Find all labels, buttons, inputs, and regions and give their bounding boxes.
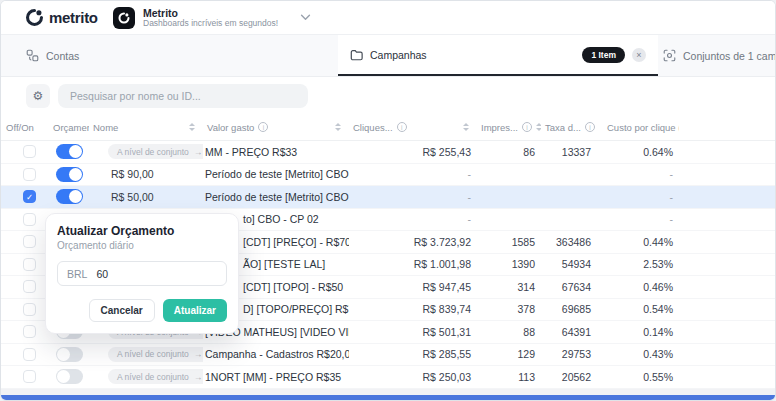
table-row[interactable]: A nível de conjunto→Campanha - Cadastros… [1, 344, 775, 367]
campaign-name[interactable]: Período de teste [Metrito] CBO - CP 0 [203, 168, 349, 180]
info-icon[interactable]: i [258, 122, 268, 132]
currency-label: BRL [67, 268, 87, 280]
folder-icon [350, 49, 363, 61]
cell-rate: 0.64% [597, 146, 679, 158]
row-toggle-cell [39, 369, 89, 384]
sort-icon[interactable] [463, 123, 469, 131]
cell-rate: - [597, 168, 679, 180]
row-checkbox[interactable] [23, 213, 36, 226]
row-checkbox[interactable] [23, 303, 36, 316]
toggle-knob [57, 348, 70, 361]
info-icon[interactable]: i [522, 122, 532, 132]
row-checkbox[interactable] [23, 325, 36, 338]
cell-rate: 0.43% [597, 348, 679, 360]
adset-level-pill[interactable]: A nível de conjunto→ [108, 144, 203, 159]
row-checkbox[interactable] [23, 348, 36, 361]
info-icon[interactable]: i [585, 122, 595, 132]
row-checkbox[interactable] [23, 370, 36, 383]
row-budget-cell: A nível de conjunto→ [89, 144, 203, 159]
row-checkbox[interactable] [23, 235, 36, 248]
gear-icon[interactable]: ⚙ [26, 84, 50, 108]
column-header-cpc: Custo por clique (CPC) [597, 122, 679, 133]
column-header-budget[interactable]: Orçamento [39, 122, 89, 133]
tab-conjuntos[interactable]: Conjuntos de 1 campan [663, 35, 776, 76]
tab-campanhas[interactable]: Campanhas 1 Item × [338, 35, 658, 76]
row-checkbox[interactable]: ✓ [23, 190, 36, 203]
cell-rate: 0.55% [597, 371, 679, 383]
row-toggle-cell [39, 347, 89, 362]
budget-value: R$ 90,00 [111, 168, 154, 180]
row-toggle-cell [39, 144, 89, 159]
cell-impressions: 69685 [541, 303, 597, 315]
row-budget-cell: R$ 90,00 [89, 168, 203, 180]
sort-icon[interactable] [335, 123, 341, 131]
cell-rate: 0.46% [597, 281, 679, 293]
popup-title: Atualizar Orçamento [57, 224, 227, 238]
row-checkbox-cell [1, 145, 39, 158]
table-row[interactable]: ✓R$ 50,00Período de teste [Metrito] CBO … [1, 186, 775, 209]
off-on-toggle[interactable] [56, 144, 83, 159]
cancel-button[interactable]: Cancelar [89, 299, 155, 322]
cell-spend: R$ 947,45 [349, 281, 477, 293]
tab-conjuntos-label: Conjuntos de 1 campan [683, 50, 776, 62]
tab-contas-label: Contas [46, 50, 79, 62]
app-window: metrito Metrito Dashboards incríveis em … [0, 0, 776, 401]
row-checkbox-cell [1, 168, 39, 181]
workspace-logo-icon [113, 7, 135, 29]
row-checkbox[interactable] [23, 145, 36, 158]
brand-name: metrito [49, 9, 98, 26]
row-checkbox[interactable] [23, 280, 36, 293]
cell-spend: R$ 1.001,98 [349, 258, 477, 270]
row-checkbox-cell [1, 213, 39, 226]
row-checkbox-cell [1, 258, 39, 271]
off-on-toggle[interactable] [56, 189, 83, 204]
column-label: Off/On [6, 122, 34, 133]
table-row[interactable]: A nível de conjunto→1NORT [MM] - PREÇO R… [1, 366, 775, 389]
row-checkbox-cell [1, 370, 39, 383]
table-row[interactable]: R$ 90,00Período de teste [Metrito] CBO -… [1, 164, 775, 187]
column-header-spend[interactable]: Valor gastoi [203, 122, 349, 133]
chevron-down-icon [300, 14, 311, 21]
table-row[interactable]: A nível de conjunto→MM - PREÇO R$33R$ 25… [1, 141, 775, 164]
row-checkbox[interactable] [23, 258, 36, 271]
cell-impressions: 13337 [541, 146, 597, 158]
row-toggle-cell [39, 167, 89, 182]
campaign-name[interactable]: Período de teste [Metrito] CBO - CP 0 [203, 191, 349, 203]
close-icon[interactable]: × [632, 48, 646, 62]
update-button[interactable]: Atualizar [163, 299, 227, 322]
toggle-knob [69, 168, 82, 181]
column-header-impressions[interactable]: Impres...i [477, 122, 541, 133]
off-on-toggle[interactable] [56, 369, 83, 384]
row-checkbox[interactable] [23, 168, 36, 181]
cell-impressions: 54934 [541, 258, 597, 270]
arrow-right-icon: → [194, 349, 203, 359]
cell-clicks: 378 [477, 303, 541, 315]
adset-level-pill[interactable]: A nível de conjunto→ [108, 369, 203, 384]
horizontal-scrollbar[interactable] [1, 395, 775, 400]
row-toggle-cell [39, 189, 89, 204]
row-checkbox-cell: ✓ [1, 190, 39, 203]
budget-input[interactable] [96, 268, 217, 280]
cell-impressions: 64391 [541, 326, 597, 338]
campaign-name[interactable]: Campanha - Cadastros R$20,00 [203, 348, 349, 360]
workspace-selector[interactable]: Metrito Dashboards incríveis em segundos… [113, 7, 311, 29]
off-on-toggle[interactable] [56, 347, 83, 362]
campaign-name[interactable]: 1NORT [MM] - PREÇO R$35 [203, 371, 349, 383]
toggle-knob [69, 145, 82, 158]
update-budget-popup: Atualizar Orçamento Orçamento diário BRL… [45, 213, 239, 334]
search-input[interactable] [58, 84, 308, 108]
cell-impressions: 20562 [541, 371, 597, 383]
column-header-clicks[interactable]: Cliques...i [349, 122, 477, 133]
column-header-rate[interactable]: Taxa d...i [541, 122, 597, 133]
cell-rate: 2.53% [597, 258, 679, 270]
campaign-name[interactable]: MM - PREÇO R$33 [203, 146, 349, 158]
campanhas-count-badge: 1 Item [582, 47, 625, 63]
off-on-toggle[interactable] [56, 167, 83, 182]
info-icon[interactable]: i [397, 122, 407, 132]
metrito-logo-icon [26, 9, 43, 26]
sort-icon[interactable] [189, 123, 195, 131]
cell-clicks: 1585 [477, 236, 541, 248]
column-header-name[interactable]: Nome [89, 122, 203, 133]
tab-contas[interactable]: Contas [26, 35, 79, 76]
adset-level-pill[interactable]: A nível de conjunto→ [108, 347, 203, 362]
